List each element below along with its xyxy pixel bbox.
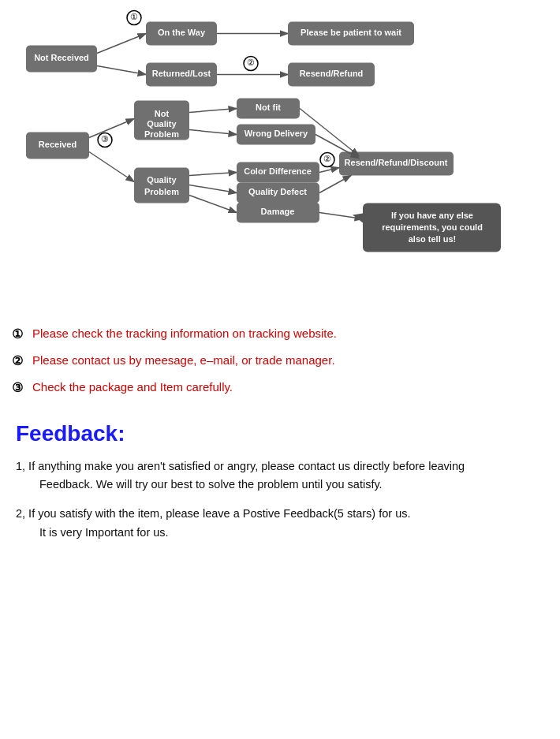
svg-text:①: ① <box>130 12 138 21</box>
not-quality-label3: Problem <box>144 129 179 139</box>
feedback-item-1-sub: Feedback. We will try our best to solve … <box>39 476 544 494</box>
arrow-rec-qp <box>89 152 134 182</box>
quality-problem-label1: Quality <box>147 175 177 185</box>
instruction-2: ② Please contact us by meesage, e–mail, … <box>12 352 548 371</box>
arrow-rec-nqp <box>89 119 134 138</box>
arrow-qp-dmg <box>189 196 237 213</box>
feedback-item-2-main: 2, If you satisfy with the item, please … <box>16 507 410 520</box>
instruction-2-number: ② <box>12 352 28 371</box>
feedback-item-2: 2, If you satisfy with the item, please … <box>16 505 544 541</box>
quality-problem-box <box>134 168 189 203</box>
instruction-1-text: Please check the tracking information on… <box>32 325 337 343</box>
patient-wait-label: Please be patient to wait <box>301 28 401 37</box>
feedback-title: Feedback: <box>16 421 544 446</box>
svg-text:②: ② <box>323 154 331 163</box>
color-diff-label: Color Difference <box>244 166 312 176</box>
quality-problem-label2: Problem <box>144 187 179 196</box>
svg-text:③: ③ <box>101 134 109 144</box>
instruction-2-text: Please contact us by meesage, e–mail, or… <box>32 352 335 370</box>
arrow-qp-qd <box>189 185 237 193</box>
not-quality-label1: Not <box>155 109 170 118</box>
feedback-item-2-sub: It is very Important for us. <box>39 524 544 542</box>
flowchart: ① Not Received On the Way Please be pati… <box>12 8 548 311</box>
returned-lost-label: Returned/Lost <box>152 69 211 78</box>
wrong-delivery-label: Wrong Delivery <box>245 129 308 138</box>
arrow-nq-wd <box>189 130 237 135</box>
svg-text:②: ② <box>247 58 255 67</box>
instruction-3-number: ③ <box>12 379 28 397</box>
feedback-section: Feedback: 1, If anything make you aren't… <box>12 421 548 542</box>
feedback-item-1-main: 1, If anything make you aren't satisfied… <box>16 460 465 472</box>
not-received-label: Not Received <box>34 53 89 62</box>
not-quality-label2: Quality <box>147 119 177 129</box>
received-label: Received <box>39 140 77 149</box>
else-req-line3: also tell us! <box>409 234 457 244</box>
quality-defect-label: Quality Defect <box>248 187 307 196</box>
instruction-1: ① Please check the tracking information … <box>12 325 548 344</box>
arrow-cd-rrd <box>319 168 339 173</box>
feedback-item-1: 1, If anything make you aren't satisfied… <box>16 457 544 494</box>
arrow-qp-cd <box>189 173 237 176</box>
damage-label: Damage <box>261 207 295 216</box>
instructions-section: ① Please check the tracking information … <box>12 325 548 397</box>
arrow-nq-nf <box>189 109 237 113</box>
else-req-line1: If you have any else <box>391 211 473 220</box>
rrd-label: Resend/Refund/Discount <box>345 158 448 167</box>
arrow-nr-rl <box>97 66 146 75</box>
instruction-3-text: Check the package and Item carefully. <box>32 379 233 397</box>
not-fit-label: Not fit <box>256 103 281 112</box>
resend-refund-label: Resend/Refund <box>300 69 364 78</box>
instruction-3: ③ Check the package and Item carefully. <box>12 379 548 397</box>
arrow-nr-otw <box>97 34 146 54</box>
instruction-1-number: ① <box>12 325 28 344</box>
on-the-way-label: On the Way <box>158 28 206 37</box>
else-req-line2: requirements, you could <box>382 222 483 232</box>
arrow-qd-rrd <box>319 176 351 193</box>
